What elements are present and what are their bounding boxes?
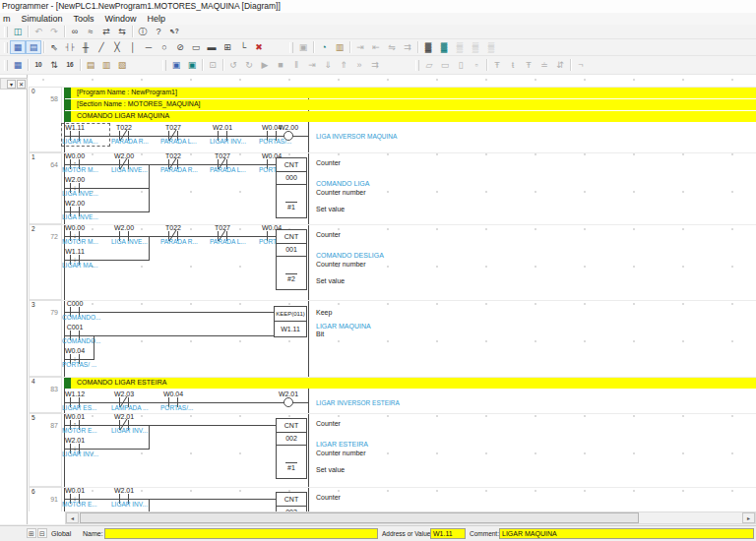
new-closed-coil-icon[interactable]: ⊘ xyxy=(172,40,188,54)
sim-step-in-icon[interactable]: ⇓ xyxy=(320,58,336,72)
set-value-icon[interactable]: ≐ xyxy=(536,58,552,72)
toolbar-grip[interactable] xyxy=(289,42,293,53)
line-connect-icon[interactable]: └ xyxy=(235,40,251,54)
window-tile-v-icon[interactable]: ▯ xyxy=(453,58,469,72)
partial-transfer-icon[interactable]: ⇉ xyxy=(400,40,415,54)
copy-program-icon[interactable]: ⊡ xyxy=(205,58,220,72)
program-check-icon[interactable]: ▥ xyxy=(332,40,347,54)
menu-item-window[interactable]: Window xyxy=(105,14,137,24)
undo-icon[interactable]: ↶ xyxy=(31,25,46,38)
name-field[interactable] xyxy=(104,528,378,539)
monitor-mode-icon[interactable]: ▓ xyxy=(436,40,452,54)
toolbar-grip[interactable] xyxy=(4,42,8,53)
stop-mode-icon[interactable]: ▒ xyxy=(483,40,499,54)
instruction-block-CNT[interactable]: CNT003#1 xyxy=(276,492,307,511)
scroll-thumb[interactable] xyxy=(80,512,639,523)
new-vertical-line-icon[interactable]: │ xyxy=(125,40,141,54)
new-contact-icon[interactable]: ┤├ xyxy=(62,40,78,54)
find-icon[interactable]: ∞ xyxy=(67,25,83,38)
comment-field[interactable]: LIGAR MAQUINA xyxy=(499,528,754,539)
force-cancel-icon[interactable]: Ŧ xyxy=(521,58,536,72)
toggle-panel-icon[interactable]: ¬ xyxy=(573,58,589,72)
about-icon[interactable]: ⓘ xyxy=(135,25,151,38)
force-on-icon[interactable]: Ŧ xyxy=(489,58,505,72)
program-mode-icon[interactable]: ▒ xyxy=(452,40,468,54)
run-mode-icon[interactable]: ▓ xyxy=(420,40,436,54)
works-icon[interactable]: ▣ xyxy=(295,40,311,54)
menu-item-m[interactable]: m xyxy=(3,14,11,24)
instruction-block-CNT[interactable]: CNT000#1 xyxy=(276,157,307,218)
debug-mode-icon[interactable]: ▒ xyxy=(468,40,483,54)
address-field[interactable]: W1.11 xyxy=(430,528,466,539)
io-table-icon[interactable]: ▥ xyxy=(98,58,114,72)
new-instruction-icon[interactable]: ▭ xyxy=(188,40,204,54)
save-project-icon[interactable]: ▣ xyxy=(168,58,184,72)
diagram-view-icon[interactable]: ▦ xyxy=(10,40,26,54)
grid-toggle-icon[interactable]: ▦ xyxy=(10,58,26,72)
window-cascade-icon[interactable]: ▱ xyxy=(421,58,437,72)
toolbar-grip[interactable] xyxy=(4,60,8,71)
search-back-icon[interactable]: ⇄ xyxy=(98,25,114,38)
rung-margin[interactable]: 587 xyxy=(29,413,62,487)
transfer-to-plc-icon[interactable]: ⇥ xyxy=(352,40,368,54)
menu-item-help[interactable]: Help xyxy=(148,14,166,24)
window-tile-h-icon[interactable]: ▭ xyxy=(437,58,453,72)
show-window-icon[interactable]: ◫ xyxy=(10,25,26,38)
symbol-table-icon[interactable]: ▤ xyxy=(83,58,98,72)
sim-continuous-run-icon[interactable]: » xyxy=(351,58,367,72)
force-off-icon[interactable]: ŧ xyxy=(505,58,521,72)
new-coil-icon[interactable]: ○ xyxy=(157,40,172,54)
toolbar-grip[interactable] xyxy=(415,60,419,71)
sim-step-forward-icon[interactable]: ↻ xyxy=(241,58,257,72)
sim-step-run-icon[interactable]: ⇥ xyxy=(304,58,320,72)
sim-run-icon[interactable]: ▶ xyxy=(257,58,273,72)
sim-scan-run-icon[interactable]: ⇉ xyxy=(367,58,383,72)
transfer-from-plc-icon[interactable]: ⇤ xyxy=(368,40,384,54)
new-horizontal-line-icon[interactable]: ─ xyxy=(141,40,157,54)
instruction-block-CNT[interactable]: CNT002#1 xyxy=(276,418,307,479)
new-closed-contact-or-icon[interactable]: ╳ xyxy=(109,40,125,54)
rung-margin[interactable]: 164 xyxy=(29,152,62,224)
context-help-icon[interactable]: ⇖? xyxy=(166,25,182,38)
sim-pause-icon[interactable]: ‖ xyxy=(288,58,304,72)
horizontal-scrollbar[interactable]: ◂▸ xyxy=(65,511,756,524)
window-arrange-icon[interactable]: ▫ xyxy=(469,58,484,72)
toolbar-grip[interactable] xyxy=(162,60,166,71)
selection-tool-icon[interactable]: ⇖ xyxy=(46,40,62,54)
sim-step-out-icon[interactable]: ⇑ xyxy=(336,58,351,72)
instruction-block-CNT[interactable]: CNT001#2 xyxy=(276,229,307,290)
output-coil-W2.01[interactable] xyxy=(284,397,293,407)
monitor-signed-icon[interactable]: ⇅ xyxy=(46,58,62,72)
new-function-block-icon[interactable]: ⊞ xyxy=(220,40,235,54)
save-all-icon[interactable]: ▣ xyxy=(184,58,200,72)
sim-stop-icon[interactable]: ■ xyxy=(273,58,288,72)
output-coil-W2.00[interactable] xyxy=(284,131,293,141)
monitor-hex-icon[interactable]: 16 xyxy=(62,58,78,72)
settings-icon[interactable]: ▧ xyxy=(114,58,130,72)
new-closed-contact-icon[interactable]: ╱ xyxy=(94,40,109,54)
rung-margin[interactable]: 379 xyxy=(29,300,62,377)
toolbar-grip[interactable] xyxy=(4,27,8,37)
watch-sheet-icon[interactable]: ⊞ xyxy=(27,528,36,538)
rung-margin[interactable]: 272 xyxy=(29,224,62,300)
differential-monitor-icon[interactable]: ⇵ xyxy=(552,58,568,72)
compare-program-icon[interactable]: ⇋ xyxy=(384,40,400,54)
delete-line-icon[interactable]: ✖ xyxy=(251,40,267,54)
ladder-diagram-view[interactable]: 058[Program Name : NewProgram1][Section … xyxy=(29,77,756,511)
panel-close-button[interactable]: ✕ xyxy=(17,80,26,89)
scroll-left-arrow[interactable]: ◂ xyxy=(66,512,79,523)
monitor-decimal-icon[interactable]: 10 xyxy=(31,58,46,72)
mnemonic-view-icon[interactable]: ▤ xyxy=(26,40,41,54)
online-icon[interactable]: ◔ xyxy=(316,40,332,54)
new-inverted-instruction-icon[interactable]: ▬ xyxy=(204,40,220,54)
menu-item-simulation[interactable]: Simulation xyxy=(22,14,63,24)
panel-minimize-button[interactable]: ▾ xyxy=(7,80,16,89)
find-replace-icon[interactable]: ≈ xyxy=(83,25,98,38)
redo-icon[interactable]: ↷ xyxy=(46,25,62,38)
search-forward-icon[interactable]: ⇆ xyxy=(114,25,130,38)
help-icon[interactable]: ? xyxy=(151,25,166,38)
sim-step-back-icon[interactable]: ↺ xyxy=(225,58,241,72)
new-contact-or-icon[interactable]: ╫ xyxy=(78,40,94,54)
instruction-block-KEEP[interactable]: KEEP(011)W1.11 xyxy=(274,306,307,337)
watch-sheet2-icon[interactable]: ⊟ xyxy=(37,528,47,538)
